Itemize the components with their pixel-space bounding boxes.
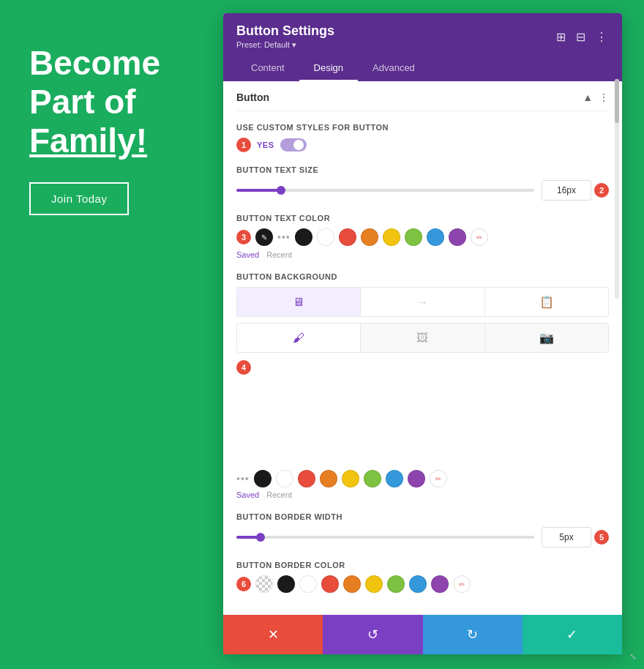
bg-tab-gradient[interactable]: → (361, 288, 484, 316)
step-badge-2: 2 (594, 183, 609, 198)
bg-color-row: ••• ✏ (236, 470, 609, 487)
bg-tab-solid[interactable]: 🖥 (237, 288, 361, 316)
color-purple[interactable] (449, 228, 466, 246)
section-header-actions: ▲ ⋮ (583, 91, 609, 103)
text-size-slider-thumb[interactable] (277, 186, 285, 195)
join-today-button[interactable]: Join Today (29, 182, 129, 215)
panel-tabs: Content Design Advanced (236, 56, 609, 81)
panel-header-top: Button Settings Preset: Default ▾ ⊞ ⊟ ⋮ (236, 23, 609, 50)
saved-recent-row: Saved Recent (236, 250, 609, 259)
panel-body: Button ▲ ⋮ Use Custom Styles For Button … (223, 81, 622, 615)
border-color-black[interactable] (277, 575, 295, 593)
bg-tab2-video[interactable]: 📷 (485, 324, 608, 352)
tab-design[interactable]: Design (299, 56, 358, 81)
color-green[interactable] (405, 228, 422, 246)
border-color-pencil[interactable]: ✏ (453, 575, 471, 593)
bg-tab-pattern[interactable]: 📋 (485, 288, 608, 316)
footer-undo-button[interactable]: ↺ (323, 615, 422, 654)
text-color-label: Button Text Color (236, 214, 609, 223)
tab-advanced[interactable]: Advanced (358, 56, 430, 81)
scrollbar-thumb[interactable] (615, 79, 619, 123)
text-size-slider-fill (236, 189, 281, 192)
saved-label[interactable]: Saved (236, 250, 259, 259)
border-width-slider-row: 5 (236, 527, 609, 547)
border-color-field: Button Border Color 6 ✏ (236, 561, 609, 593)
color-white[interactable] (317, 228, 334, 246)
color-black[interactable] (295, 228, 312, 246)
bg-color-purple[interactable] (408, 470, 425, 487)
color-yellow[interactable] (383, 228, 400, 246)
text-color-row: 3 ✎ ••• ✏ (236, 228, 609, 246)
bg-color-white[interactable] (276, 470, 293, 487)
bg-tab2-image[interactable]: 🖼 (361, 324, 484, 352)
background-tab-row2: 🖌 🖼 📷 (236, 323, 609, 353)
custom-styles-field: Use Custom Styles For Button 1 YES (236, 123, 609, 152)
recent-label[interactable]: Recent (266, 250, 292, 259)
border-color-checker[interactable] (255, 575, 273, 593)
hero-line3: Family! (29, 122, 147, 160)
text-size-label: Button Text Size (236, 165, 609, 174)
color-picker-eyedropper[interactable]: ✎ (255, 228, 273, 246)
footer-redo-button[interactable]: ↻ (423, 615, 523, 654)
border-width-field: Button Border Width 5 (236, 512, 609, 547)
border-width-value-box: 5 (542, 527, 609, 547)
background-label: Button Background (236, 272, 609, 281)
border-color-row: 6 ✏ (236, 575, 609, 593)
border-width-input[interactable] (542, 527, 591, 547)
bg-tab2-brush[interactable]: 🖌 (237, 324, 361, 352)
hero-section: Become Part of Family! Join Today (29, 44, 234, 215)
panel-icon-grid[interactable]: ⊞ (555, 29, 567, 45)
border-width-label: Button Border Width (236, 512, 609, 521)
panel-preset[interactable]: Preset: Default ▾ (236, 40, 334, 50)
tab-content[interactable]: Content (236, 56, 299, 81)
resize-handle[interactable]: ⤡ (629, 651, 637, 662)
section-collapse-button[interactable]: ▲ (583, 91, 593, 103)
panel-header-icons: ⊞ ⊟ ⋮ (555, 29, 609, 45)
text-size-slider-track[interactable] (236, 189, 534, 192)
step-badge-5: 5 (594, 530, 609, 545)
text-size-value-box: 2 (542, 180, 609, 201)
panel-header: Button Settings Preset: Default ▾ ⊞ ⊟ ⋮ … (223, 13, 622, 81)
color-orange[interactable] (361, 228, 378, 246)
color-red[interactable] (339, 228, 356, 246)
step-badge-4: 4 (236, 360, 251, 375)
bg-color-dots[interactable]: ••• (236, 473, 250, 485)
bg-color-red[interactable] (298, 470, 315, 487)
hero-line1: Become (29, 44, 160, 82)
border-color-orange[interactable] (343, 575, 361, 593)
panel-icon-columns[interactable]: ⊟ (574, 29, 587, 45)
footer-cancel-button[interactable]: ✕ (223, 615, 323, 654)
scrollbar-track (615, 79, 619, 299)
section-header-button: Button ▲ ⋮ (236, 81, 609, 111)
custom-styles-label: Use Custom Styles For Button (236, 123, 609, 132)
color-dots-icon[interactable]: ••• (277, 231, 291, 243)
bg-color-pencil[interactable]: ✏ (430, 470, 447, 487)
color-pencil-icon[interactable]: ✏ (471, 228, 488, 246)
border-color-yellow[interactable] (365, 575, 383, 593)
border-width-slider-thumb[interactable] (256, 533, 265, 542)
border-color-green[interactable] (387, 575, 405, 593)
bg-color-yellow[interactable] (342, 470, 359, 487)
hero-title: Become Part of Family! (29, 44, 234, 160)
border-color-purple[interactable] (431, 575, 449, 593)
footer-confirm-button[interactable]: ✓ (523, 615, 622, 654)
section-more-button[interactable]: ⋮ (599, 91, 609, 103)
border-width-slider-track[interactable] (236, 536, 534, 539)
border-color-blue[interactable] (409, 575, 427, 593)
text-size-input[interactable] (542, 180, 591, 201)
bg-saved-recent-row: Saved Recent (236, 490, 609, 499)
bg-color-blue[interactable] (386, 470, 403, 487)
panel-title-area: Button Settings Preset: Default ▾ (236, 23, 334, 50)
bg-color-black[interactable] (254, 470, 272, 487)
bg-recent-label[interactable]: Recent (266, 490, 292, 499)
bg-color-orange[interactable] (320, 470, 337, 487)
bg-saved-label[interactable]: Saved (236, 490, 259, 499)
panel-icon-more[interactable]: ⋮ (594, 29, 609, 45)
custom-styles-toggle[interactable] (280, 138, 307, 152)
bg-color-green[interactable] (364, 470, 381, 487)
border-color-red[interactable] (321, 575, 339, 593)
step-badge-3: 3 (236, 230, 251, 244)
color-blue[interactable] (427, 228, 444, 246)
text-color-field: Button Text Color 3 ✎ ••• ✏ Saved Recen (236, 214, 609, 259)
border-color-white[interactable] (299, 575, 317, 593)
